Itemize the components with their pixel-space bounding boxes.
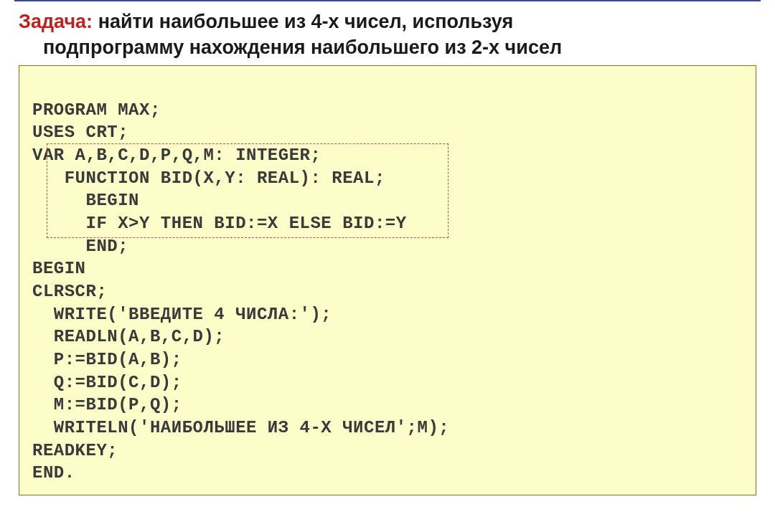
code-line: READKEY; [32, 441, 118, 460]
slide-page: Задача: найти наибольшее из 4-х чисел, и… [0, 0, 775, 495]
task-label: Задача: [19, 11, 93, 32]
task-text-line1: найти наибольшее из 4-х чисел, используя [98, 11, 514, 32]
code-line: BEGIN [32, 259, 86, 278]
code-line: READLN(A,B,C,D); [32, 327, 225, 346]
code-line: P:=BID(A,B); [32, 350, 182, 369]
code-line: END. [32, 463, 75, 483]
task-text-line2: подпрограмму нахождения наибольшего из 2… [19, 34, 756, 60]
code-line: M:=BID(P,Q); [32, 395, 182, 414]
code-line: PROGRAM MAX; [32, 100, 161, 120]
code-line: Q:=BID(C,D); [32, 373, 182, 392]
top-rule [14, 0, 761, 1]
task-statement: Задача: найти наибольшее из 4-х чисел, и… [14, 9, 761, 65]
code-line: END; [32, 237, 128, 256]
code-listing: PROGRAM MAX; USES CRT; VAR A,B,C,D,P,Q,M… [19, 65, 756, 495]
code-line: FUNCTION BID(X,Y: REAL): REAL; [32, 168, 385, 188]
code-line: VAR A,B,C,D,P,Q,M: INTEGER; [32, 146, 321, 165]
code-line: WRITELN('НАИБОЛЬШЕЕ ИЗ 4-Х ЧИСЕЛ';M); [32, 418, 449, 437]
code-line: WRITE('ВВЕДИТЕ 4 ЧИСЛА:'); [32, 305, 332, 324]
code-line: USES CRT; [32, 123, 128, 142]
code-line: CLRSCR; [32, 282, 107, 301]
code-line: BEGIN [32, 191, 139, 210]
code-line: IF X>Y THEN BID:=X ELSE BID:=Y [32, 214, 407, 233]
